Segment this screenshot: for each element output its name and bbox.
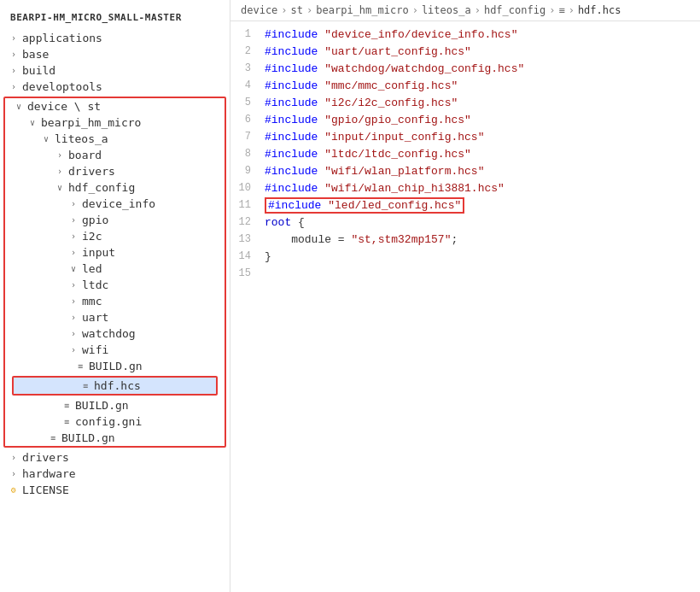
main-content: device › st › bearpi_hm_micro › liteos_a… [230,0,700,592]
breadcrumb-bearpi[interactable]: bearpi_hm_micro [316,4,408,16]
sidebar-item-config-gni[interactable]: ≡ config.gni [5,413,225,430]
file-icon: ≡ [79,381,92,390]
chevron-icon: › [67,280,80,290]
code-line-8: 8 #include "ltdc/ltdc_config.hcs" [230,148,700,165]
chevron-icon: › [7,82,20,91]
chevron-icon: › [7,453,20,462]
sidebar-item-drivers-inner[interactable]: › drivers [5,163,225,179]
chevron-icon: › [7,33,20,43]
code-line-1: 1 #include "device_info/device_info.hcs" [230,28,700,45]
code-line-4: 4 #include "mmc/mmc_config.hcs" [230,79,700,97]
file-icon: ≡ [46,433,60,443]
breadcrumb-sep-4: › [475,4,481,16]
chevron-icon: ∨ [39,134,53,144]
file-explorer-sidebar: BEARPI-HM_MICRO_SMALL-MASTER › applicati… [0,0,230,592]
chevron-icon: › [67,232,80,241]
code-line-9: 9 #include "wifi/wlan_platform.hcs" [230,165,700,182]
project-title: BEARPI-HM_MICRO_SMALL-MASTER [0,7,230,30]
code-line-11: 11 #include "led/led_config.hcs" [230,199,700,216]
sidebar-item-device-info[interactable]: › device_info [5,196,225,212]
sidebar-item-hdf-config[interactable]: ∨ hdf_config [5,179,225,196]
chevron-icon: › [67,215,80,225]
sidebar-item-i2c[interactable]: › i2c [5,228,225,244]
breadcrumb-sep-6: › [569,4,575,16]
chevron-icon: › [53,150,67,160]
code-line-10: 10 #include "wifi/wlan_chip_hi3881.hcs" [230,182,700,199]
sidebar-item-wifi[interactable]: › wifi [5,342,225,358]
sidebar-item-liteos-a[interactable]: ∨ liteos_a [5,131,225,147]
sidebar-item-developtools[interactable]: › developtools [0,79,230,95]
sidebar-item-ltdc[interactable]: › ltdc [5,277,225,293]
chevron-icon: › [7,469,20,478]
file-icon: ≡ [73,361,87,371]
file-icon: ≡ [60,401,73,410]
chevron-icon: ∨ [67,264,80,273]
sidebar-item-mmc[interactable]: › mmc [5,293,225,309]
chevron-icon: ∨ [53,183,67,192]
chevron-icon: › [7,66,20,75]
sidebar-item-bearpi[interactable]: ∨ bearpi_hm_micro [5,114,225,131]
code-editor[interactable]: 1 #include "device_info/device_info.hcs"… [230,21,700,592]
chevron-icon: › [67,345,80,355]
breadcrumb-device[interactable]: device [241,4,277,16]
breadcrumb-sep-1: › [281,4,287,16]
highlighted-section: ∨ device \ st ∨ bearpi_hm_micro ∨ liteos… [3,97,226,448]
chevron-icon: › [7,50,20,59]
chevron-icon: › [67,248,80,257]
chevron-icon: ∨ [12,102,26,111]
sidebar-item-led[interactable]: ∨ led [5,261,225,277]
sidebar-item-build-gn-device[interactable]: ≡ BUILD.gn [5,430,225,446]
code-line-6: 6 #include "gpio/gpio_config.hcs" [230,114,700,131]
breadcrumb-sep-3: › [412,4,418,16]
sidebar-item-watchdog[interactable]: › watchdog [5,325,225,342]
sidebar-item-applications[interactable]: › applications [0,30,230,46]
breadcrumb-sep-2: › [306,4,312,16]
breadcrumb-st[interactable]: st [291,4,303,16]
chevron-icon: ∨ [26,118,39,127]
sidebar-item-build-gn-hdf[interactable]: ≡ BUILD.gn [5,358,225,374]
sidebar-item-input[interactable]: › input [5,244,225,261]
chevron-icon: › [53,167,67,176]
breadcrumb-hdf-config[interactable]: hdf_config [484,4,545,16]
sidebar-item-board[interactable]: › board [5,147,225,163]
code-line-15: 15 [230,267,700,284]
breadcrumb-hdf-hcs[interactable]: hdf.hcs [578,4,621,16]
chevron-icon: › [67,329,80,338]
sidebar-item-build-gn-liteos[interactable]: ≡ BUILD.gn [5,397,225,413]
sidebar-item-build[interactable]: › build [0,62,230,79]
breadcrumb-file-icon: ≡ [558,4,564,16]
breadcrumb: device › st › bearpi_hm_micro › liteos_a… [230,0,700,21]
code-line-5: 5 #include "i2c/i2c_config.hcs" [230,97,700,114]
code-line-7: 7 #include "input/input_config.hcs" [230,131,700,148]
chevron-icon: › [67,296,80,306]
code-line-13: 13 module = "st,stm32mp157"; [230,233,700,250]
sidebar-item-drivers-outer[interactable]: › drivers [0,449,230,466]
sidebar-item-hdf-hcs[interactable]: ≡ hdf.hcs [14,378,216,394]
code-line-2: 2 #include "uart/uart_config.hcs" [230,45,700,62]
code-line-14: 14 } [230,250,700,267]
chevron-icon: › [67,199,80,208]
sidebar-item-gpio[interactable]: › gpio [5,212,225,228]
code-line-12: 12 root { [230,216,700,233]
sidebar-item-base[interactable]: › base [0,46,230,62]
sidebar-item-device-st[interactable]: ∨ device \ st [5,98,225,114]
code-line-3: 3 #include "watchdog/watchdog_config.hcs… [230,62,700,79]
file-icon: ≡ [60,417,73,426]
breadcrumb-liteos[interactable]: liteos_a [422,4,471,16]
chevron-icon: › [67,313,80,322]
sidebar-item-uart[interactable]: › uart [5,309,225,325]
breadcrumb-sep-5: › [549,4,555,16]
license-icon: ⚙ [7,485,20,495]
sidebar-item-license[interactable]: ⚙ LICENSE [0,482,230,498]
sidebar-item-hardware[interactable]: › hardware [0,466,230,482]
